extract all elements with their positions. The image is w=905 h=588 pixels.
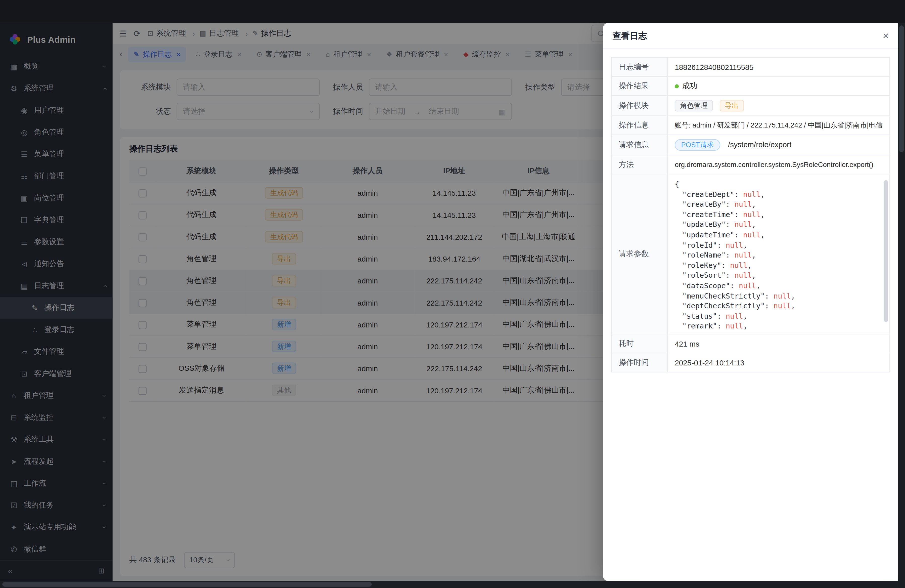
detail-label: 请求参数 bbox=[611, 174, 668, 334]
json-separator: : bbox=[765, 302, 773, 310]
detail-label: 操作结果 bbox=[611, 76, 668, 95]
json-key: "roleSort" bbox=[682, 271, 726, 280]
json-line: "status": null, bbox=[675, 311, 880, 321]
module-tag: 角色管理 bbox=[675, 100, 713, 111]
json-key: "roleKey" bbox=[682, 261, 721, 269]
duration-value: 421 ms bbox=[667, 334, 890, 353]
json-key: "updateTime" bbox=[682, 230, 734, 239]
json-code-block[interactable]: { "createDept": null, "createBy": null, … bbox=[668, 174, 889, 334]
json-separator: : bbox=[717, 311, 726, 320]
detail-row-duration: 耗时 421 ms bbox=[611, 334, 890, 353]
json-comma: , bbox=[791, 302, 795, 310]
json-line: "createDept": null, bbox=[675, 189, 880, 199]
log-id-value: 1882612840802115585 bbox=[667, 57, 890, 76]
detail-row-method: 方法 org.dromara.system.controller.system.… bbox=[611, 155, 890, 174]
http-method-tag: POST请求 bbox=[675, 139, 720, 151]
json-line: "roleName": null, bbox=[675, 250, 880, 260]
json-separator: : bbox=[726, 271, 735, 280]
detail-row-module: 操作模块 角色管理 导出 bbox=[611, 95, 890, 116]
json-separator: : bbox=[730, 281, 739, 290]
json-separator: : bbox=[726, 251, 735, 259]
json-comma: , bbox=[752, 271, 756, 280]
code-scrollbar-thumb[interactable] bbox=[884, 180, 888, 322]
vertical-scrollbar[interactable] bbox=[898, 23, 905, 588]
log-detail-table: 日志编号 1882612840802115585 操作结果 成功 操作模块 bbox=[611, 57, 890, 372]
json-line: { bbox=[675, 179, 880, 189]
json-value: null bbox=[773, 291, 791, 300]
json-key: "roleName" bbox=[682, 251, 726, 259]
drawer-body: 日志编号 1882612840802115585 操作结果 成功 操作模块 bbox=[603, 49, 898, 581]
json-value: null bbox=[743, 230, 761, 239]
json-comma: , bbox=[743, 322, 747, 331]
method-value: org.dromara.system.controller.system.Sys… bbox=[667, 155, 890, 174]
json-comma: , bbox=[761, 230, 765, 239]
json-line: "roleKey": null, bbox=[675, 260, 880, 270]
success-dot-icon bbox=[675, 84, 679, 88]
json-separator: : bbox=[726, 200, 735, 208]
detail-label: 日志编号 bbox=[611, 57, 668, 76]
json-value: null bbox=[739, 281, 756, 290]
json-separator: : bbox=[721, 261, 730, 269]
detail-row-id: 日志编号 1882612840802115585 bbox=[611, 57, 890, 76]
result-text: 成功 bbox=[682, 81, 697, 90]
json-comma: , bbox=[752, 220, 756, 229]
json-key: "dataScope" bbox=[682, 281, 730, 290]
horizontal-scrollbar-thumb[interactable] bbox=[2, 582, 372, 586]
json-line: "deptCheckStrictly": null, bbox=[675, 301, 880, 311]
json-separator: : bbox=[734, 190, 743, 198]
json-separator: : bbox=[717, 322, 726, 331]
operation-time-value: 2025-01-24 10:14:13 bbox=[667, 353, 890, 372]
detail-row-request: 请求信息 POST请求 /system/role/export bbox=[611, 135, 890, 155]
json-value: null bbox=[773, 302, 791, 310]
detail-row-info: 操作信息 账号: admin / 研发部门 / 222.175.114.242 … bbox=[611, 116, 890, 135]
request-url: /system/role/export bbox=[728, 140, 791, 149]
json-key: "createBy" bbox=[682, 200, 726, 208]
json-key: "remark" bbox=[682, 322, 717, 331]
detail-row-time: 操作时间 2025-01-24 10:14:13 bbox=[611, 353, 890, 372]
json-comma: , bbox=[743, 311, 747, 320]
app-viewport: Plus Admin ▦ 概览 › ⚙ 系统管理 › bbox=[0, 23, 898, 581]
json-key: "menuCheckStrictly" bbox=[682, 291, 765, 300]
json-value: null bbox=[734, 251, 752, 259]
json-line: "updateBy": null, bbox=[675, 219, 880, 230]
operation-info-value: 账号: admin / 研发部门 / 222.175.114.242 / 中国|… bbox=[667, 116, 890, 135]
detail-label: 耗时 bbox=[611, 334, 668, 353]
json-line: "createTime": null, bbox=[675, 210, 880, 219]
close-icon[interactable]: × bbox=[883, 31, 889, 41]
json-value: null bbox=[726, 311, 743, 320]
horizontal-scrollbar[interactable] bbox=[0, 581, 898, 588]
json-key: "deptCheckStrictly" bbox=[682, 302, 765, 310]
json-value: null bbox=[734, 220, 752, 229]
json-comma: , bbox=[747, 261, 752, 269]
screen: Plus Admin ▦ 概览 › ⚙ 系统管理 › bbox=[0, 0, 905, 588]
detail-label: 操作信息 bbox=[611, 116, 668, 135]
browser-chrome bbox=[0, 0, 905, 23]
json-value: null bbox=[734, 200, 752, 208]
json-comma: , bbox=[752, 200, 756, 208]
json-value: null bbox=[734, 271, 752, 280]
json-separator: : bbox=[717, 240, 726, 249]
module-value: 角色管理 导出 bbox=[667, 95, 890, 116]
detail-label: 操作时间 bbox=[611, 353, 668, 372]
json-line: "menuCheckStrictly": null, bbox=[675, 291, 880, 301]
json-value: null bbox=[743, 210, 761, 219]
json-separator: : bbox=[726, 220, 735, 229]
detail-row-result: 操作结果 成功 bbox=[611, 76, 890, 95]
view-log-drawer: 查看日志 × 日志编号 1882612840802115585 操作结果 成功 bbox=[603, 23, 898, 581]
json-value: null bbox=[726, 322, 743, 331]
vertical-scrollbar-thumb[interactable] bbox=[899, 25, 904, 153]
op-type-tag: 导出 bbox=[719, 100, 744, 111]
result-value: 成功 bbox=[667, 76, 890, 95]
json-comma: , bbox=[752, 251, 756, 259]
json-key: "roleId" bbox=[682, 240, 717, 249]
json-key: "createDept" bbox=[682, 190, 734, 198]
detail-label: 方法 bbox=[611, 155, 668, 174]
json-comma: , bbox=[761, 190, 765, 198]
json-key: "createTime" bbox=[682, 210, 734, 219]
json-comma: , bbox=[791, 291, 795, 300]
json-value: null bbox=[726, 240, 743, 249]
request-info-value: POST请求 /system/role/export bbox=[667, 135, 890, 155]
json-comma: , bbox=[743, 240, 747, 249]
json-key: "updateBy" bbox=[682, 220, 726, 229]
drawer-title: 查看日志 bbox=[612, 30, 647, 41]
